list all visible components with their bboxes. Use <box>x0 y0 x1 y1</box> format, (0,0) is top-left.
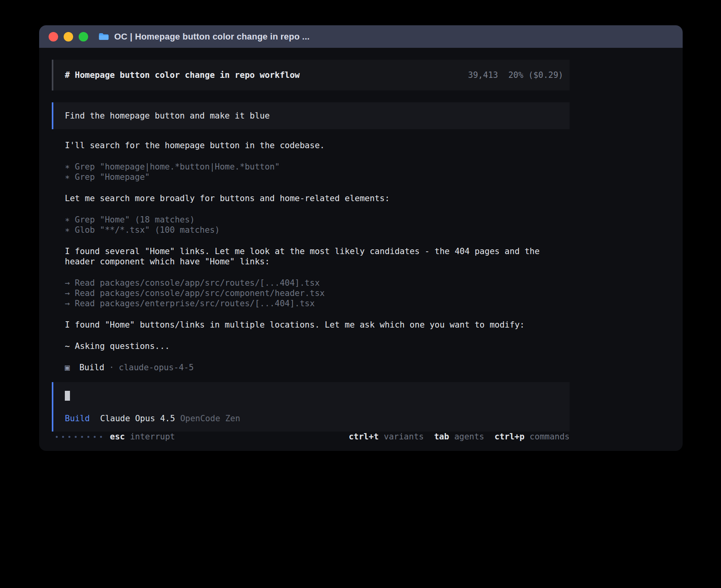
shortcut-list: ctrl+t variants tab agents ctrl+p comman… <box>349 432 570 442</box>
model-info-line: Build Claude Opus 4.5 OpenCode Zen <box>65 413 563 424</box>
window-title: OC | Homepage button color change in rep… <box>114 32 310 42</box>
minimize-button[interactable] <box>64 32 73 41</box>
tool-call-read: → Read packages/console/app/src/routes/[… <box>52 278 570 288</box>
shortcut-interrupt: esc interrupt <box>110 432 175 442</box>
tool-call-group: ∗ Grep "homepage|home.*button|Home.*butt… <box>52 162 570 182</box>
session-header: # Homepage button color change in repo w… <box>52 60 570 90</box>
label-interrupt: interrupt <box>130 432 175 442</box>
separator-dot: · <box>109 362 114 373</box>
key-esc: esc <box>110 432 125 442</box>
shortcut-variants: ctrl+t variants <box>349 432 424 442</box>
agent-name: Build <box>79 362 104 373</box>
input-model-label: Claude Opus 4.5 <box>100 413 175 424</box>
tool-call-grep: ∗ Grep "homepage|home.*button|Home.*butt… <box>52 162 570 172</box>
terminal-window: OC | Homepage button color change in rep… <box>39 25 683 451</box>
terminal-content: # Homepage button color change in repo w… <box>39 48 683 451</box>
activity-dots <box>56 436 102 438</box>
assistant-text: I found "Home" buttons/links in multiple… <box>52 320 570 330</box>
close-button[interactable] <box>49 32 58 41</box>
text-cursor <box>65 391 70 401</box>
key-tab: tab <box>434 432 449 442</box>
titlebar: OC | Homepage button color change in rep… <box>39 25 683 48</box>
token-count: 39,413 <box>468 70 498 80</box>
input-provider-label: OpenCode Zen <box>180 413 240 424</box>
label-agents: agents <box>454 432 484 442</box>
assistant-text: I'll search for the homepage button in t… <box>52 140 570 151</box>
assistant-status: ~ Asking questions... <box>52 341 570 351</box>
session-stats: 39,413 20% ($0.29) <box>468 70 563 80</box>
user-message: Find the homepage button and make it blu… <box>52 102 570 129</box>
status-bar: esc interrupt ctrl+t variants tab agents… <box>52 432 570 442</box>
key-ctrl-p: ctrl+p <box>495 432 525 442</box>
agent-status-line: ▣ Build · claude-opus-4-5 <box>52 362 570 373</box>
folder-icon <box>98 32 109 41</box>
tool-call-grep: ∗ Grep "Home" (18 matches) <box>52 215 570 225</box>
agent-status-icon: ▣ <box>65 362 70 373</box>
label-commands: commands <box>530 432 570 442</box>
assistant-text: I found several "Home" links. Let me loo… <box>52 246 570 267</box>
zoom-button[interactable] <box>79 32 88 41</box>
tool-call-read: → Read packages/console/app/src/componen… <box>52 288 570 298</box>
input-agent-label: Build <box>65 413 90 424</box>
shortcut-commands: ctrl+p commands <box>495 432 570 442</box>
tool-call-glob: ∗ Glob "**/*.tsx" (100 matches) <box>52 225 570 235</box>
session-title: # Homepage button color change in repo w… <box>65 70 300 80</box>
context-cost: 20% ($0.29) <box>508 70 563 80</box>
tool-call-grep: ∗ Grep "Homepage" <box>52 172 570 182</box>
prompt-input[interactable]: Build Claude Opus 4.5 OpenCode Zen <box>52 382 570 432</box>
window-controls <box>49 32 88 41</box>
key-ctrl-t: ctrl+t <box>349 432 379 442</box>
assistant-text: Let me search more broadly for buttons a… <box>52 193 570 204</box>
tool-call-group: → Read packages/console/app/src/routes/[… <box>52 278 570 309</box>
agent-model: claude-opus-4-5 <box>119 362 194 373</box>
tool-call-group: ∗ Grep "Home" (18 matches) ∗ Glob "**/*.… <box>52 215 570 235</box>
tool-call-read: → Read packages/enterprise/src/routes/[.… <box>52 298 570 309</box>
shortcut-agents: tab agents <box>434 432 484 442</box>
label-variants: variants <box>384 432 424 442</box>
